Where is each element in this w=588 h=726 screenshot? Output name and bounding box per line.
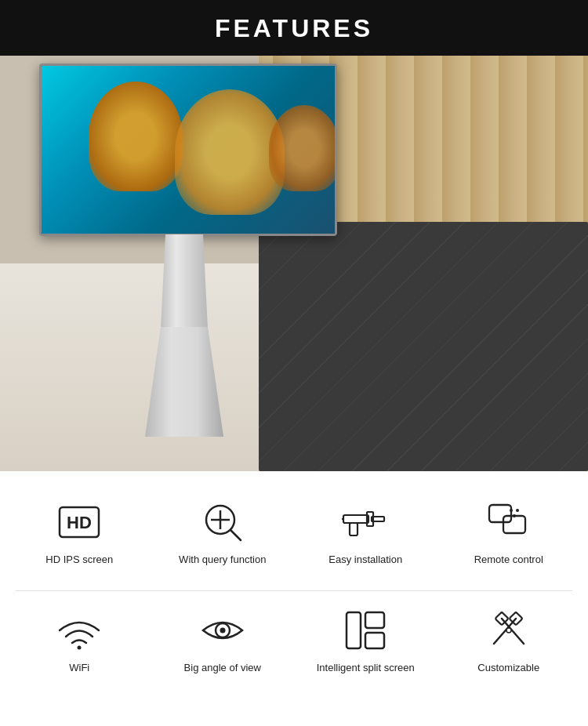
custom-icon — [485, 607, 532, 654]
svg-point-17 — [513, 514, 516, 517]
feature-wifi: WiFi — [8, 595, 151, 683]
svg-rect-22 — [365, 612, 384, 628]
page-title: FEATURES — [0, 14, 588, 43]
svg-rect-21 — [347, 612, 361, 648]
feature-installation: Easy installation — [294, 487, 437, 575]
svg-point-20 — [220, 627, 225, 633]
feature-wifi-label: WiFi — [69, 662, 89, 675]
jellyfish-2 — [175, 89, 285, 215]
feature-angle: Big angle of view — [151, 595, 295, 683]
svg-rect-13 — [503, 516, 525, 533]
feature-query: With query function — [151, 487, 295, 575]
feature-installation-label: Easy installation — [328, 554, 402, 567]
svg-point-16 — [516, 509, 519, 512]
feature-query-label: With query function — [179, 554, 266, 567]
installation-icon — [342, 499, 389, 546]
svg-rect-6 — [343, 515, 368, 523]
svg-point-18 — [78, 645, 82, 649]
remote-icon — [485, 499, 532, 546]
kiosk-stand — [145, 234, 223, 438]
features-row-1: HD HD IPS screen With query function — [0, 471, 588, 590]
kiosk-screen-display — [42, 66, 335, 234]
eye-icon — [199, 607, 246, 654]
feature-remote: Remote control — [437, 487, 581, 575]
query-icon — [199, 499, 246, 546]
hero-section — [0, 56, 588, 471]
svg-rect-12 — [489, 505, 511, 522]
jellyfish-3 — [269, 105, 335, 191]
svg-point-15 — [510, 509, 513, 512]
svg-text:HD: HD — [67, 513, 92, 532]
svg-rect-23 — [365, 633, 384, 648]
svg-rect-9 — [350, 523, 358, 535]
wifi-icon — [56, 607, 103, 654]
kiosk — [24, 64, 353, 471]
page-header: FEATURES — [0, 0, 588, 56]
jellyfish-1 — [89, 82, 183, 191]
hd-icon: HD — [56, 499, 103, 546]
feature-hd-label: HD IPS screen — [45, 554, 113, 567]
feature-hd-ips: HD HD IPS screen — [8, 487, 151, 575]
feature-angle-label: Big angle of view — [184, 662, 261, 675]
feature-split: Intelligent split screen — [294, 595, 437, 683]
svg-point-28 — [506, 628, 511, 633]
feature-custom-label: Customizable — [477, 662, 539, 675]
stand-neck — [161, 234, 208, 329]
features-row-2: WiFi Big angle of view Intelligent split… — [0, 591, 588, 699]
stand-base — [145, 327, 223, 437]
svg-line-5 — [230, 530, 241, 540]
kiosk-screen — [39, 64, 337, 236]
feature-remote-label: Remote control — [474, 554, 543, 567]
split-icon — [342, 607, 389, 654]
feature-split-label: Intelligent split screen — [317, 662, 415, 675]
feature-custom: Customizable — [437, 595, 581, 683]
